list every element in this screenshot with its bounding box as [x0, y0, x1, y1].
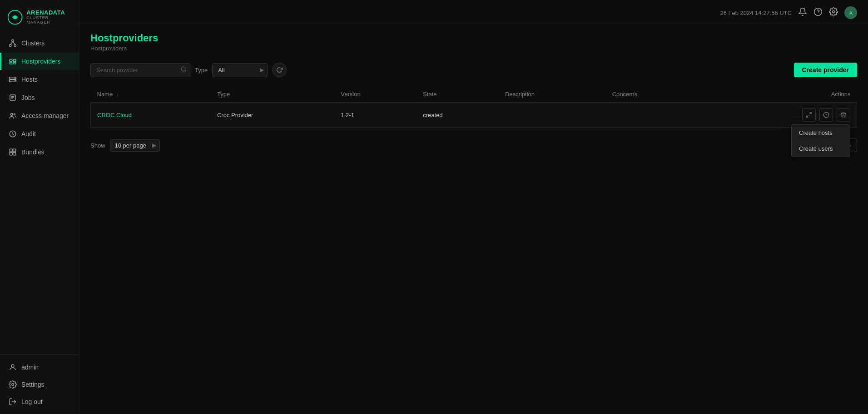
- topbar: 26 Feb 2024 14:27:56 UTC: [79, 0, 868, 24]
- create-provider-button[interactable]: Create provider: [794, 63, 857, 77]
- provider-action-more-button[interactable]: [802, 108, 816, 122]
- stop-icon: [823, 112, 829, 118]
- sidebar-item-admin[interactable]: admin: [0, 359, 79, 376]
- sidebar-label-hosts: Hosts: [21, 76, 38, 83]
- svg-rect-8: [14, 59, 16, 62]
- svg-rect-7: [10, 59, 12, 62]
- sidebar-label-hostproviders: Hostproviders: [21, 58, 60, 65]
- sidebar-item-hostproviders[interactable]: Hostproviders: [0, 53, 79, 70]
- provider-action-stop-button[interactable]: [819, 108, 833, 122]
- cell-version: 1.2-1: [334, 103, 417, 128]
- svg-rect-26: [13, 153, 16, 155]
- page-title: Hostproviders: [90, 32, 857, 44]
- svg-line-35: [809, 113, 811, 114]
- logo-text: ARENADATA CLUSTER MANAGER: [26, 10, 72, 25]
- sidebar-label-access-manager: Access manager: [21, 112, 69, 119]
- actions-cell: Create hosts Create users: [709, 108, 850, 122]
- search-wrapper: [90, 63, 190, 77]
- col-header-version: Version: [334, 86, 417, 103]
- main-content: 26 Feb 2024 14:27:56 UTC: [79, 0, 868, 414]
- sort-arrow-icon: ↓: [116, 92, 119, 97]
- col-header-type: Type: [211, 86, 334, 103]
- per-page-select[interactable]: 10 per page 25 per page 50 per page: [110, 139, 160, 152]
- svg-point-27: [11, 365, 14, 367]
- dropdown-create-users[interactable]: Create users: [792, 141, 850, 157]
- cell-description: [499, 103, 606, 128]
- topbar-right: 26 Feb 2024 14:27:56 UTC: [720, 6, 857, 19]
- col-header-actions: Actions: [702, 86, 857, 103]
- datetime: 26 Feb 2024 14:27:56 UTC: [720, 10, 792, 16]
- sidebar-item-hosts[interactable]: Hosts: [0, 71, 79, 88]
- show-label: Show: [90, 142, 105, 149]
- svg-point-33: [181, 67, 185, 71]
- sidebar-label-bundles: Bundles: [21, 148, 45, 156]
- svg-point-20: [11, 113, 13, 116]
- toolbar: Type All Croc Provider ▶ Create provider: [90, 63, 857, 77]
- provider-action-delete-button[interactable]: [837, 108, 850, 122]
- svg-rect-9: [10, 62, 12, 64]
- access-manager-icon: [9, 112, 17, 120]
- sidebar-item-settings[interactable]: Settings: [0, 376, 79, 393]
- breadcrumb: Hostproviders: [90, 45, 857, 52]
- cell-name: CROC Cloud: [91, 103, 211, 128]
- svg-line-36: [807, 115, 808, 117]
- more-actions-icon: [806, 112, 812, 118]
- audit-icon: [9, 130, 17, 138]
- avatar[interactable]: A: [844, 6, 857, 19]
- svg-rect-23: [10, 149, 12, 152]
- provider-name-link[interactable]: CROC Cloud: [97, 112, 132, 118]
- sidebar-label-admin: admin: [21, 364, 39, 371]
- svg-point-21: [14, 114, 15, 115]
- trash-icon: [840, 112, 847, 118]
- sidebar-item-clusters[interactable]: Clusters: [0, 34, 79, 52]
- notifications-icon[interactable]: [798, 7, 807, 19]
- svg-line-6: [13, 42, 15, 44]
- svg-point-1: [14, 16, 17, 19]
- sidebar-item-jobs[interactable]: Jobs: [0, 89, 79, 106]
- svg-point-3: [10, 44, 12, 47]
- providers-table-container: Name ↓ Type Version State: [90, 86, 857, 128]
- svg-point-14: [15, 78, 16, 79]
- type-select[interactable]: All Croc Provider: [212, 63, 268, 77]
- table-row: CROC Cloud Croc Provider 1.2-1 created: [91, 103, 857, 128]
- svg-rect-25: [10, 153, 12, 155]
- svg-point-15: [15, 80, 16, 81]
- actions-dropdown: Create hosts Create users: [791, 124, 850, 157]
- sidebar-item-logout[interactable]: Log out: [0, 393, 79, 410]
- svg-point-2: [12, 40, 14, 42]
- hostproviders-icon: [9, 57, 17, 65]
- search-input[interactable]: [90, 63, 190, 77]
- col-header-state: State: [417, 86, 499, 103]
- sidebar-label-jobs: Jobs: [21, 94, 35, 101]
- svg-line-5: [10, 42, 13, 44]
- svg-line-34: [185, 70, 186, 72]
- sidebar-item-audit[interactable]: Audit: [0, 125, 79, 143]
- svg-point-30: [814, 8, 822, 15]
- search-icon[interactable]: [180, 66, 187, 74]
- sidebar-label-clusters: Clusters: [21, 39, 45, 47]
- col-header-description: Description: [499, 86, 606, 103]
- user-icon: [9, 363, 17, 371]
- cell-actions: Create hosts Create users: [702, 103, 857, 128]
- sidebar-label-audit: Audit: [21, 130, 36, 138]
- dropdown-create-hosts[interactable]: Create hosts: [792, 125, 850, 141]
- page-header: Hostproviders Hostproviders: [79, 24, 868, 55]
- clusters-icon: [9, 39, 17, 47]
- col-header-name[interactable]: Name ↓: [91, 86, 211, 103]
- col-header-concerns: Concerns: [606, 86, 702, 103]
- nav-menu: Clusters Hostproviders Hosts: [0, 34, 79, 355]
- settings-icon: [9, 380, 17, 389]
- sidebar: ARENADATA CLUSTER MANAGER Clusters Hostp…: [0, 0, 79, 414]
- gear-icon[interactable]: [829, 7, 838, 19]
- svg-point-4: [14, 44, 16, 47]
- help-icon[interactable]: [813, 7, 823, 19]
- sidebar-item-bundles[interactable]: Bundles: [0, 143, 79, 161]
- per-page-wrapper: 10 per page 25 per page 50 per page ▶: [110, 139, 160, 152]
- svg-point-28: [12, 384, 14, 386]
- logo-icon: [7, 9, 23, 25]
- jobs-icon: [9, 94, 17, 102]
- sidebar-item-access-manager[interactable]: Access manager: [0, 107, 79, 124]
- sidebar-label-settings: Settings: [21, 381, 45, 388]
- refresh-button[interactable]: [272, 63, 287, 77]
- svg-rect-10: [14, 62, 16, 64]
